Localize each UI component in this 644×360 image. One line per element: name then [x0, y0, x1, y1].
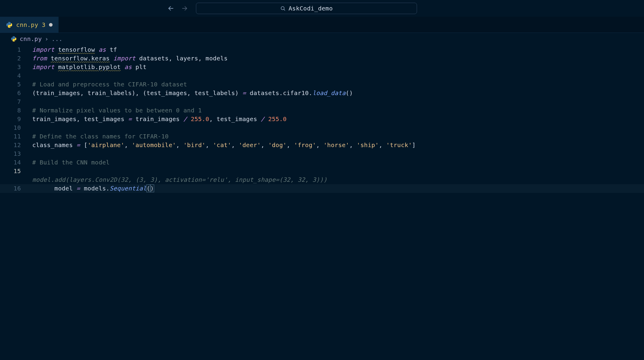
svg-line-3: [284, 9, 285, 10]
chevron-right-icon: ›: [45, 35, 48, 42]
line-number: [0, 176, 21, 184]
tab-cnn-py[interactable]: cnn.py 3: [0, 17, 59, 33]
command-center[interactable]: AskCodi_demo: [196, 3, 417, 14]
breadcrumb[interactable]: cnn.py › ...: [0, 33, 644, 45]
tab-problem-count: 3: [42, 21, 45, 28]
code-line[interactable]: class_names = ['airplane', 'automobile',…: [27, 141, 644, 150]
line-number: 5: [0, 80, 21, 89]
nav-back-icon[interactable]: [167, 5, 174, 12]
line-number: 14: [0, 158, 21, 167]
python-icon: [6, 22, 13, 28]
titlebar: AskCodi_demo: [0, 0, 644, 17]
nav-arrows: [167, 5, 188, 12]
line-number: 10: [0, 123, 21, 132]
line-number: 2: [0, 54, 21, 63]
line-number-gutter: 12345678910111213141516: [0, 45, 27, 193]
current-line-highlight: [0, 184, 644, 193]
line-number: 12: [0, 141, 21, 150]
search-icon: [280, 6, 286, 11]
editor[interactable]: 12345678910111213141516 import tensorflo…: [0, 45, 644, 193]
line-number: 6: [0, 89, 21, 97]
line-number: 4: [0, 71, 21, 80]
line-number: 9: [0, 115, 21, 123]
line-number: 1: [0, 45, 21, 54]
line-number: 15: [0, 167, 21, 176]
tab-bar: cnn.py 3: [0, 17, 644, 33]
tab-filename: cnn.py: [16, 21, 38, 28]
python-icon: [11, 36, 17, 42]
code-area[interactable]: import tensorflow as tf from tensorflow.…: [27, 45, 644, 193]
command-center-label: AskCodi_demo: [289, 5, 333, 12]
breadcrumb-file: cnn.py: [20, 35, 42, 42]
line-number: 3: [0, 63, 21, 71]
breadcrumb-rest: ...: [51, 35, 62, 42]
tab-dirty-indicator[interactable]: [49, 23, 53, 27]
line-number: 8: [0, 106, 21, 115]
inline-suggestion: model.add(layers.Conv2D(32, (3, 3), acti…: [32, 176, 327, 183]
line-number: 11: [0, 132, 21, 141]
line-number: 7: [0, 97, 21, 106]
nav-forward-icon[interactable]: [181, 5, 188, 12]
line-number: 13: [0, 150, 21, 158]
